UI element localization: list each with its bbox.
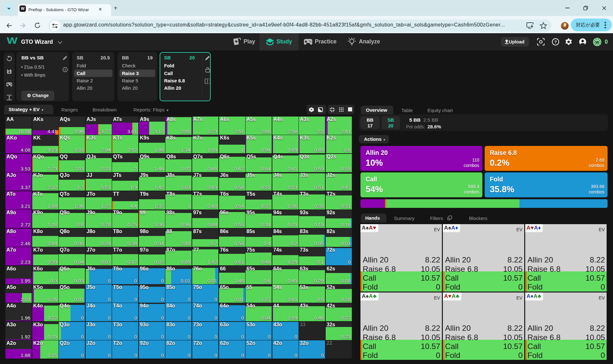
svg-text:W: W: [595, 40, 599, 45]
svg-text:?: ?: [554, 40, 557, 44]
